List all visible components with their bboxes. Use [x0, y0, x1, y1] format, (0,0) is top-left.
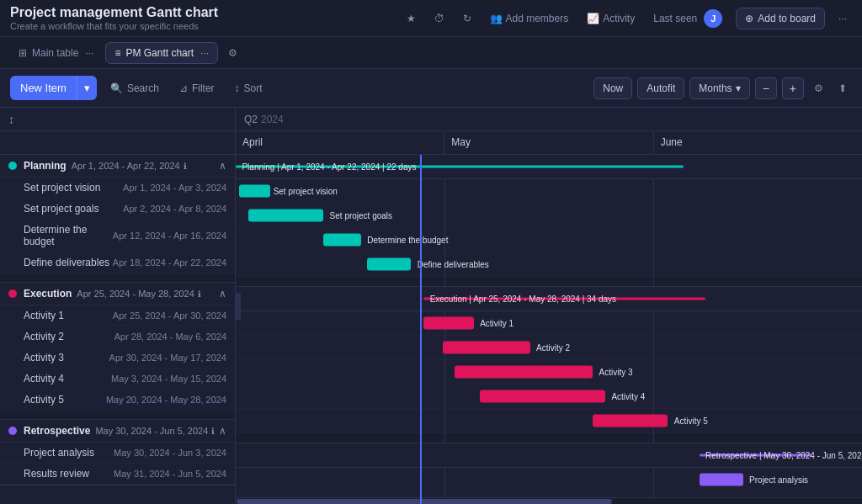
quarter-header: Q2 2024 — [236, 108, 862, 131]
search-icon: 🔍 — [110, 82, 123, 94]
task-results-review: Results review May 31, 2024 - Jun 5, 202… — [0, 464, 235, 485]
today-line — [420, 155, 422, 504]
task-dates: Apr 12, 2024 - Apr 16, 2024 — [113, 231, 226, 241]
left-panel-header: ↕ — [0, 108, 235, 131]
board-subtitle: Create a workflow that fits your specifi… — [10, 21, 218, 31]
execution-task-1-row: Activity 1 — [236, 311, 862, 336]
sort-button[interactable]: ↕ Sort — [228, 78, 269, 98]
execution-task-4-row: Activity 4 — [236, 385, 862, 409]
execution-dates: Apr 25, 2024 - May 28, 2024 — [77, 289, 194, 299]
planning-task-2-bar[interactable] — [248, 210, 323, 222]
execution-chevron-icon[interactable]: ∧ — [219, 288, 226, 300]
planning-task-1-bar[interactable] — [239, 185, 270, 198]
planning-task-2-label: Set project goals — [330, 211, 393, 220]
task-dates: Apr 28, 2024 - May 6, 2024 — [114, 332, 226, 342]
toolbar-left: New Item ▾ 🔍 Search ⊿ Filter ↕ Sort — [10, 76, 269, 100]
execution-task-2-bar[interactable] — [443, 342, 530, 354]
refresh-button[interactable]: ↻ — [458, 9, 476, 28]
scrollbar-track[interactable] — [236, 497, 862, 504]
retrospective-chevron-icon[interactable]: ∧ — [219, 425, 226, 437]
tab-main-table[interactable]: ⊞ Main table ··· — [10, 43, 102, 63]
planning-chevron-icon[interactable]: ∧ — [219, 160, 226, 172]
task-dates: May 31, 2024 - Jun 5, 2024 — [114, 469, 226, 479]
months-dropdown[interactable]: Months ▾ — [689, 77, 749, 99]
panel-collapse-button[interactable]: ‹ — [236, 293, 241, 320]
task-activity-5: Activity 5 May 20, 2024 - May 28, 2024 — [0, 390, 235, 411]
activity-button[interactable]: 📈 Activity — [582, 9, 640, 28]
export-button[interactable]: ⬆ — [833, 79, 852, 98]
star-button[interactable]: ★ — [402, 9, 421, 28]
task-name: Set project vision — [24, 182, 123, 194]
planning-task-3-bar[interactable] — [323, 234, 361, 247]
task-name: Activity 1 — [24, 310, 113, 321]
autofit-button[interactable]: Autofit — [637, 77, 684, 99]
gantt-chart-area: Q2 2024 April May June — [236, 108, 862, 504]
filter-icon: ⊿ — [179, 82, 188, 94]
planning-spacer — [236, 277, 862, 287]
group-planning-row[interactable]: Planning Apr 1, 2024 - Apr 22, 2024 ℹ ∧ — [0, 155, 235, 178]
planning-dates: Apr 1, 2024 - Apr 22, 2024 — [72, 161, 180, 171]
main-table-dots[interactable]: ··· — [85, 47, 93, 59]
group-retrospective: Retrospective May 30, 2024 - Jun 5, 2024… — [0, 420, 235, 485]
scrollbar-thumb[interactable] — [237, 499, 612, 504]
timer-button[interactable]: ⏱ — [429, 9, 450, 28]
execution-task-4-bar[interactable] — [480, 390, 605, 403]
new-item-button[interactable]: New Item ▾ — [10, 76, 97, 100]
left-panel: ↕ Planning Apr 1, 2024 - Apr 22, 2024 ℹ … — [0, 108, 236, 504]
month-headers: April May June — [236, 131, 862, 155]
planning-task-4-label: Define deliverables — [418, 260, 489, 269]
planning-group-bar-row: Planning | Apr 1, 2024 - Apr 22, 2024 | … — [236, 155, 862, 179]
retrospective-task-1-label: Project analysis — [749, 475, 808, 485]
group-execution: Execution Apr 25, 2024 - May 28, 2024 ℹ … — [0, 283, 235, 420]
execution-group-bar-label: Execution | Apr 25, 2024 - May 28, 2024 … — [430, 294, 616, 304]
execution-task-5-bar[interactable] — [593, 415, 668, 427]
task-name: Project analysis — [24, 447, 114, 459]
task-determine-budget: Determine the budget Apr 12, 2024 - Apr … — [0, 220, 235, 252]
task-name: Determine the budget — [24, 224, 113, 247]
planning-task-3-label: Determine the budget — [367, 236, 448, 245]
task-activity-4: Activity 4 May 3, 2024 - May 15, 2024 — [0, 369, 235, 390]
month-may: May — [444, 131, 653, 154]
months-chevron-icon: ▾ — [736, 82, 741, 94]
retrospective-task-1-bar[interactable] — [700, 474, 743, 486]
now-button[interactable]: Now — [593, 77, 632, 99]
group-retrospective-row[interactable]: Retrospective May 30, 2024 - Jun 5, 2024… — [0, 420, 235, 443]
execution-info-icon: ℹ — [198, 289, 201, 299]
board-title: Project management Gantt chart — [10, 5, 218, 20]
task-dates: Apr 30, 2024 - May 17, 2024 — [109, 353, 226, 363]
more-options-button[interactable]: ··· — [833, 9, 852, 28]
zoom-in-button[interactable]: + — [782, 77, 804, 99]
execution-spacer — [236, 433, 862, 443]
main-table-icon: ⊞ — [19, 47, 27, 59]
planning-task-4-bar[interactable] — [367, 258, 411, 271]
execution-task-2-label: Activity 2 — [536, 343, 570, 353]
execution-task-3-bar[interactable] — [455, 366, 593, 379]
pm-gantt-dots[interactable]: ··· — [200, 47, 209, 59]
search-button[interactable]: 🔍 Search — [104, 78, 166, 98]
title-area: Project management Gantt chart Create a … — [10, 5, 218, 31]
new-item-dropdown-arrow[interactable]: ▾ — [77, 76, 97, 100]
add-icon: ⊕ — [745, 13, 753, 24]
filter-button[interactable]: ⊿ Filter — [173, 78, 221, 98]
zoom-out-button[interactable]: − — [755, 77, 777, 99]
retrospective-info-icon: ℹ — [211, 427, 215, 436]
gantt-settings-button[interactable]: ⚙ — [809, 79, 828, 98]
add-to-board-button[interactable]: ⊕ Add to board — [736, 8, 825, 29]
planning-title: Planning — [24, 160, 67, 172]
add-members-button[interactable]: 👥 Add members — [485, 9, 574, 28]
right-panel: Q2 2024 April May June — [236, 108, 862, 504]
tab-pm-gantt[interactable]: ≡ PM Gantt chart ··· — [105, 42, 218, 64]
new-item-label[interactable]: New Item — [10, 76, 77, 100]
task-dates: May 3, 2024 - May 15, 2024 — [111, 374, 226, 384]
execution-task-4-label: Activity 4 — [611, 392, 645, 401]
task-define-deliverables: Define deliverables Apr 18, 2024 - Apr 2… — [0, 252, 235, 273]
group-execution-row[interactable]: Execution Apr 25, 2024 - May 28, 2024 ℹ … — [0, 283, 235, 305]
activity-icon: 📈 — [587, 13, 599, 24]
execution-task-1-bar[interactable] — [423, 317, 474, 330]
planning-group-bar-label: Planning | Apr 1, 2024 - Apr 22, 2024 | … — [242, 162, 416, 172]
execution-task-5-label: Activity 5 — [674, 416, 708, 426]
task-activity-2: Activity 2 Apr 28, 2024 - May 6, 2024 — [0, 326, 235, 347]
collapse-all-icon[interactable]: ↕ — [8, 113, 14, 126]
execution-group-bar-row: Execution | Apr 25, 2024 - May 28, 2024 … — [236, 287, 862, 311]
settings-icon[interactable]: ⚙ — [228, 47, 237, 59]
